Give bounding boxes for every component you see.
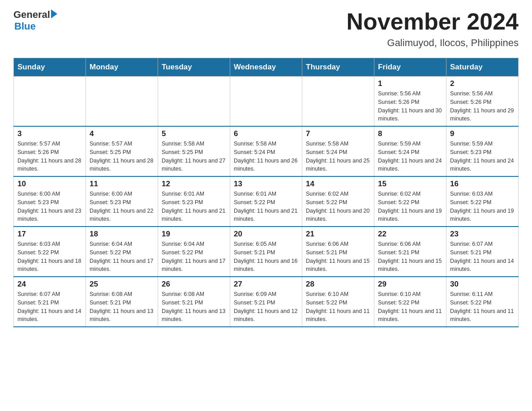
- logo-blue-text: Blue: [14, 21, 57, 32]
- calendar-week-row: 24Sunrise: 6:07 AM Sunset: 5:21 PM Dayli…: [14, 277, 519, 327]
- calendar-table: SundayMondayTuesdayWednesdayThursdayFrid…: [13, 58, 519, 327]
- calendar-day-cell: 21Sunrise: 6:06 AM Sunset: 5:21 PM Dayli…: [302, 227, 374, 277]
- day-info: Sunrise: 6:04 AM Sunset: 5:22 PM Dayligh…: [90, 240, 154, 274]
- day-number: 16: [450, 180, 515, 188]
- calendar-day-cell: 17Sunrise: 6:03 AM Sunset: 5:22 PM Dayli…: [14, 227, 86, 277]
- main-title: November 2024: [347, 9, 519, 34]
- calendar-day-cell: 10Sunrise: 6:00 AM Sunset: 5:23 PM Dayli…: [14, 176, 86, 227]
- day-info: Sunrise: 5:58 AM Sunset: 5:24 PM Dayligh…: [306, 140, 370, 173]
- calendar-day-cell: 29Sunrise: 6:10 AM Sunset: 5:22 PM Dayli…: [374, 277, 446, 327]
- calendar-day-cell: 11Sunrise: 6:00 AM Sunset: 5:23 PM Dayli…: [86, 176, 158, 227]
- day-number: 6: [234, 129, 298, 138]
- day-info: Sunrise: 6:08 AM Sunset: 5:21 PM Dayligh…: [162, 290, 226, 324]
- calendar-day-cell: [86, 77, 158, 127]
- day-number: 20: [234, 230, 298, 239]
- calendar-day-cell: 7Sunrise: 5:58 AM Sunset: 5:24 PM Daylig…: [302, 126, 374, 176]
- calendar-day-cell: 15Sunrise: 6:02 AM Sunset: 5:22 PM Dayli…: [374, 176, 446, 227]
- day-number: 19: [162, 230, 226, 239]
- day-info: Sunrise: 5:58 AM Sunset: 5:24 PM Dayligh…: [234, 140, 298, 173]
- calendar-week-row: 17Sunrise: 6:03 AM Sunset: 5:22 PM Dayli…: [14, 227, 519, 277]
- calendar-day-cell: [302, 77, 374, 127]
- day-number: 13: [234, 180, 298, 188]
- calendar-week-row: 10Sunrise: 6:00 AM Sunset: 5:23 PM Dayli…: [14, 176, 519, 227]
- day-info: Sunrise: 6:02 AM Sunset: 5:22 PM Dayligh…: [306, 190, 370, 223]
- day-of-week-header: Tuesday: [158, 58, 230, 77]
- calendar-day-cell: 22Sunrise: 6:06 AM Sunset: 5:21 PM Dayli…: [374, 227, 446, 277]
- calendar-day-cell: 23Sunrise: 6:07 AM Sunset: 5:21 PM Dayli…: [446, 227, 519, 277]
- day-info: Sunrise: 5:59 AM Sunset: 5:23 PM Dayligh…: [450, 140, 515, 173]
- calendar-day-cell: 24Sunrise: 6:07 AM Sunset: 5:21 PM Dayli…: [14, 277, 86, 327]
- calendar-day-cell: 14Sunrise: 6:02 AM Sunset: 5:22 PM Dayli…: [302, 176, 374, 227]
- day-info: Sunrise: 5:56 AM Sunset: 5:26 PM Dayligh…: [378, 90, 442, 123]
- day-info: Sunrise: 6:06 AM Sunset: 5:21 PM Dayligh…: [306, 240, 370, 274]
- day-info: Sunrise: 6:06 AM Sunset: 5:21 PM Dayligh…: [378, 240, 442, 274]
- calendar-day-cell: [158, 77, 230, 127]
- calendar-day-cell: 5Sunrise: 5:58 AM Sunset: 5:25 PM Daylig…: [158, 126, 230, 176]
- calendar-week-row: 1Sunrise: 5:56 AM Sunset: 5:26 PM Daylig…: [14, 77, 519, 127]
- day-of-week-header: Monday: [86, 58, 158, 77]
- calendar-day-cell: 27Sunrise: 6:09 AM Sunset: 5:21 PM Dayli…: [230, 277, 302, 327]
- day-number: 24: [17, 280, 82, 289]
- day-info: Sunrise: 6:01 AM Sunset: 5:22 PM Dayligh…: [234, 190, 298, 223]
- day-number: 25: [90, 280, 154, 289]
- day-info: Sunrise: 5:59 AM Sunset: 5:24 PM Dayligh…: [378, 140, 442, 173]
- day-number: 8: [378, 129, 442, 138]
- day-info: Sunrise: 6:10 AM Sunset: 5:22 PM Dayligh…: [378, 290, 442, 324]
- day-number: 4: [90, 129, 154, 138]
- calendar-week-row: 3Sunrise: 5:57 AM Sunset: 5:26 PM Daylig…: [14, 126, 519, 176]
- calendar-day-cell: 25Sunrise: 6:08 AM Sunset: 5:21 PM Dayli…: [86, 277, 158, 327]
- day-info: Sunrise: 5:58 AM Sunset: 5:25 PM Dayligh…: [162, 140, 226, 173]
- logo: General Blue: [13, 9, 57, 32]
- day-number: 11: [90, 180, 154, 188]
- day-number: 5: [162, 129, 226, 138]
- day-number: 26: [162, 280, 226, 289]
- day-number: 3: [17, 129, 82, 138]
- day-number: 9: [450, 129, 515, 138]
- calendar-day-cell: 20Sunrise: 6:05 AM Sunset: 5:21 PM Dayli…: [230, 227, 302, 277]
- day-info: Sunrise: 6:00 AM Sunset: 5:23 PM Dayligh…: [17, 190, 82, 223]
- day-info: Sunrise: 6:01 AM Sunset: 5:23 PM Dayligh…: [162, 190, 226, 223]
- calendar-day-cell: 26Sunrise: 6:08 AM Sunset: 5:21 PM Dayli…: [158, 277, 230, 327]
- day-info: Sunrise: 6:00 AM Sunset: 5:23 PM Dayligh…: [90, 190, 154, 223]
- calendar-day-cell: 1Sunrise: 5:56 AM Sunset: 5:26 PM Daylig…: [374, 77, 446, 127]
- day-number: 7: [306, 129, 370, 138]
- day-number: 18: [90, 230, 154, 239]
- day-info: Sunrise: 6:07 AM Sunset: 5:21 PM Dayligh…: [450, 240, 515, 274]
- day-of-week-header: Wednesday: [230, 58, 302, 77]
- calendar-day-cell: 30Sunrise: 6:11 AM Sunset: 5:22 PM Dayli…: [446, 277, 519, 327]
- day-number: 14: [306, 180, 370, 188]
- calendar-day-cell: 6Sunrise: 5:58 AM Sunset: 5:24 PM Daylig…: [230, 126, 302, 176]
- calendar-day-cell: 3Sunrise: 5:57 AM Sunset: 5:26 PM Daylig…: [14, 126, 86, 176]
- day-of-week-header: Friday: [374, 58, 446, 77]
- calendar-day-cell: 2Sunrise: 5:56 AM Sunset: 5:26 PM Daylig…: [446, 77, 519, 127]
- day-info: Sunrise: 6:04 AM Sunset: 5:22 PM Dayligh…: [162, 240, 226, 274]
- day-number: 2: [450, 79, 515, 88]
- day-number: 30: [450, 280, 515, 289]
- day-info: Sunrise: 6:03 AM Sunset: 5:22 PM Dayligh…: [17, 240, 82, 274]
- calendar-day-cell: [230, 77, 302, 127]
- calendar-day-cell: 13Sunrise: 6:01 AM Sunset: 5:22 PM Dayli…: [230, 176, 302, 227]
- day-number: 21: [306, 230, 370, 239]
- day-of-week-header: Saturday: [446, 58, 519, 77]
- day-number: 27: [234, 280, 298, 289]
- day-info: Sunrise: 5:56 AM Sunset: 5:26 PM Dayligh…: [450, 90, 515, 123]
- day-number: 10: [17, 180, 82, 188]
- day-info: Sunrise: 5:57 AM Sunset: 5:26 PM Dayligh…: [17, 140, 82, 173]
- day-number: 22: [378, 230, 442, 239]
- day-number: 23: [450, 230, 515, 239]
- page-header: General Blue November 2024 Galimuyod, Il…: [13, 9, 519, 49]
- day-of-week-header: Thursday: [302, 58, 374, 77]
- subtitle: Galimuyod, Ilocos, Philippines: [347, 37, 519, 49]
- calendar-day-cell: 12Sunrise: 6:01 AM Sunset: 5:23 PM Dayli…: [158, 176, 230, 227]
- day-info: Sunrise: 6:08 AM Sunset: 5:21 PM Dayligh…: [90, 290, 154, 324]
- day-number: 12: [162, 180, 226, 188]
- logo-general-text: General: [13, 9, 50, 21]
- calendar-day-cell: 28Sunrise: 6:10 AM Sunset: 5:22 PM Dayli…: [302, 277, 374, 327]
- day-info: Sunrise: 5:57 AM Sunset: 5:25 PM Dayligh…: [90, 140, 154, 173]
- day-info: Sunrise: 6:03 AM Sunset: 5:22 PM Dayligh…: [450, 190, 515, 223]
- calendar-day-cell: 18Sunrise: 6:04 AM Sunset: 5:22 PM Dayli…: [86, 227, 158, 277]
- day-number: 15: [378, 180, 442, 188]
- day-info: Sunrise: 6:09 AM Sunset: 5:21 PM Dayligh…: [234, 290, 298, 324]
- logo-arrow-icon: [51, 9, 57, 18]
- calendar-day-cell: [14, 77, 86, 127]
